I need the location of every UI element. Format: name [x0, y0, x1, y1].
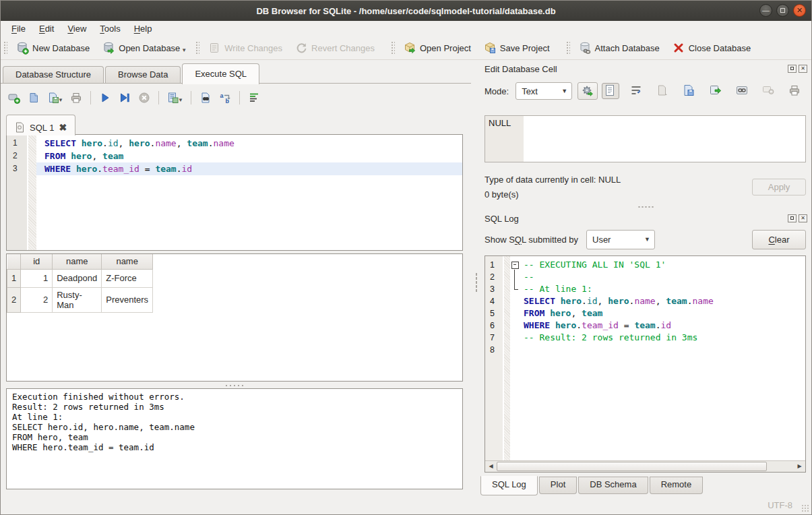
- close-dock-icon[interactable]: ✕: [799, 65, 807, 73]
- edit-cell-dock-header: Edit Database Cell ✕: [485, 63, 807, 75]
- cell-id[interactable]: 1: [21, 269, 53, 287]
- column-header-name2[interactable]: name: [102, 254, 153, 269]
- sql-editor[interactable]: 1SELECT hero.id, hero.name, team.name2FR…: [6, 134, 463, 251]
- save-sql-dropdown-icon[interactable]: ▼: [58, 97, 63, 104]
- cell-team-name[interactable]: Preventers: [102, 287, 153, 312]
- cell-team-name[interactable]: Z-Force: [102, 269, 153, 287]
- cell-hero-name[interactable]: Rusty-Man: [53, 287, 102, 312]
- new-database-button[interactable]: New Database: [9, 38, 96, 58]
- execute-current-line-icon[interactable]: [118, 91, 131, 104]
- set-null-icon: [761, 84, 775, 98]
- horizontal-scrollbar[interactable]: ◀ ▶: [485, 460, 805, 472]
- filter-label: Show SQL submitted by: [485, 235, 578, 245]
- float-dock-icon[interactable]: [788, 65, 797, 73]
- export-to-file-button[interactable]: [681, 83, 698, 99]
- tab-execute-sql[interactable]: Execute SQL: [182, 63, 259, 84]
- open-in-app-button[interactable]: [707, 83, 724, 99]
- chevron-down-icon: ▼: [644, 236, 650, 243]
- tab-browse-data[interactable]: Browse Data: [105, 66, 181, 84]
- column-header-id[interactable]: id: [21, 254, 53, 269]
- close-dock-icon[interactable]: ✕: [799, 214, 807, 222]
- cell-id[interactable]: 2: [21, 287, 53, 312]
- close-icon[interactable]: ✕: [793, 4, 806, 17]
- revert-changes-button[interactable]: Revert Changes: [288, 38, 381, 58]
- menu-file[interactable]: File: [5, 22, 32, 36]
- new-sql-tab-icon[interactable]: [7, 91, 21, 104]
- sql-doc-tab[interactable]: SQL 1 ✖: [6, 115, 75, 135]
- import-from-file-button[interactable]: [654, 83, 672, 99]
- titlebar[interactable]: DB Browser for SQLite - /home/user/code/…: [1, 1, 811, 21]
- scroll-left-icon[interactable]: ◀: [485, 461, 497, 472]
- apply-button[interactable]: Apply: [752, 179, 806, 195]
- write-changes-button[interactable]: Write Changes: [201, 38, 288, 58]
- toolbar-handle[interactable]: [3, 40, 7, 55]
- cell-editor-area[interactable]: [524, 116, 805, 162]
- menu-view[interactable]: View: [61, 22, 93, 36]
- menubar: File Edit View Tools Help: [1, 21, 811, 36]
- resize-grip-icon[interactable]: [801, 504, 809, 512]
- menu-tools[interactable]: Tools: [93, 22, 127, 36]
- execution-message-text: Execution finished without errors. Resul…: [12, 392, 457, 452]
- cell-editor[interactable]: NULL: [485, 115, 806, 162]
- corner-header[interactable]: [7, 254, 21, 269]
- find-replace-icon[interactable]: ab: [218, 91, 232, 104]
- toolbar-handle[interactable]: [565, 40, 570, 55]
- tab-remote[interactable]: Remote: [650, 477, 704, 494]
- execute-sql-icon[interactable]: [98, 91, 112, 104]
- sql-doc-tabbar: SQL 1 ✖: [6, 113, 75, 135]
- mode-select[interactable]: Text ▼: [516, 82, 572, 100]
- sql-log-view[interactable]: 1-- EXECUTING ALL IN 'SQL 1'2--3-- At li…: [485, 255, 806, 473]
- text-mode-button[interactable]: [602, 83, 619, 99]
- horizontal-splitter[interactable]: [6, 383, 463, 387]
- cell-hero-name[interactable]: Deadpond: [53, 269, 102, 287]
- auto-apply-button[interactable]: [577, 82, 598, 100]
- print-cell-button[interactable]: [786, 83, 803, 99]
- row-header[interactable]: 2: [7, 287, 21, 312]
- close-database-icon: [672, 41, 685, 55]
- float-dock-icon[interactable]: [788, 214, 797, 222]
- stop-icon[interactable]: [137, 91, 151, 104]
- column-header-name[interactable]: name: [53, 254, 102, 269]
- sql-editor-toolbar: ▼ ▼ ab: [7, 89, 261, 107]
- open-database-dropdown-icon[interactable]: ▼: [181, 47, 187, 55]
- statusbar: UTF-8: [1, 495, 811, 514]
- tab-plot[interactable]: Plot: [539, 477, 577, 494]
- toolbar-handle[interactable]: [390, 40, 395, 55]
- set-null-button[interactable]: [759, 83, 777, 99]
- format-sql-icon[interactable]: [247, 91, 261, 104]
- clear-button[interactable]: Clear: [752, 230, 806, 249]
- submitted-by-select[interactable]: User ▼: [586, 230, 655, 249]
- attach-database-button[interactable]: Attach Database: [572, 38, 666, 58]
- scrollbar-thumb[interactable]: [497, 462, 767, 471]
- word-wrap-button[interactable]: [628, 83, 646, 99]
- sql-log-dock-header: SQL Log ✕: [485, 212, 807, 224]
- copy-link-button[interactable]: [733, 83, 751, 99]
- vertical-splitter[interactable]: [472, 60, 480, 495]
- execution-message-box[interactable]: Execution finished without errors. Resul…: [6, 388, 463, 489]
- write-changes-icon: [208, 41, 221, 55]
- close-sql-tab-icon[interactable]: ✖: [59, 123, 67, 131]
- row-header[interactable]: 1: [7, 269, 21, 287]
- scroll-right-icon[interactable]: ▶: [794, 461, 805, 472]
- menu-help[interactable]: Help: [127, 22, 159, 36]
- toolbar-separator: [191, 91, 191, 104]
- scrollbar-track[interactable]: [497, 461, 794, 472]
- save-results-dropdown-icon[interactable]: ▼: [178, 97, 183, 104]
- print-icon[interactable]: [69, 91, 83, 104]
- open-sql-file-icon[interactable]: [27, 91, 40, 104]
- save-project-button[interactable]: Save Project: [477, 38, 556, 58]
- open-project-button[interactable]: Open Project: [397, 38, 477, 58]
- minimize-icon[interactable]: —: [759, 4, 772, 17]
- dock-splitter[interactable]: [637, 206, 655, 208]
- maximize-icon[interactable]: [776, 4, 789, 17]
- tab-sql-log[interactable]: SQL Log: [480, 476, 538, 495]
- editor-code[interactable]: 1SELECT hero.id, hero.name, team.name2FR…: [7, 135, 462, 175]
- find-icon[interactable]: [199, 91, 212, 104]
- attach-database-icon: [578, 41, 592, 55]
- tab-database-structure[interactable]: Database Structure: [3, 66, 104, 84]
- toolbar-handle[interactable]: [195, 40, 199, 55]
- tab-db-schema[interactable]: DB Schema: [578, 477, 648, 494]
- close-database-button[interactable]: Close Database: [666, 38, 757, 58]
- menu-edit[interactable]: Edit: [32, 22, 61, 36]
- open-database-button[interactable]: Open Database ▼: [96, 38, 193, 58]
